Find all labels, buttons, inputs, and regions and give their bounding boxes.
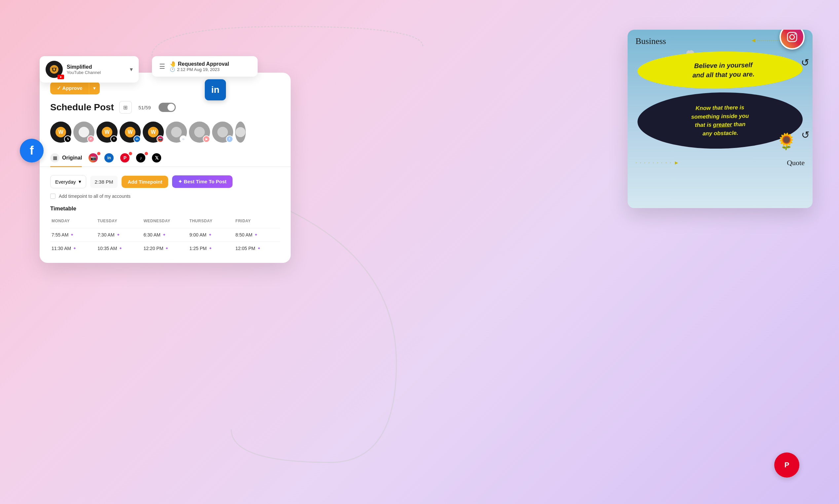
- svg-text:P: P: [785, 461, 789, 469]
- tab-original[interactable]: ▦ Original: [50, 149, 82, 166]
- approve-btn-group: ✓ Approve ▾: [50, 82, 280, 94]
- approve-button[interactable]: ✓ Approve: [50, 82, 89, 94]
- tabs-row: ▦ Original 📷 in P ♪ 𝕏: [40, 149, 291, 167]
- svg-point-13: [235, 127, 246, 137]
- business-label: Business: [636, 36, 666, 46]
- svg-point-12: [217, 127, 228, 138]
- avatar-google[interactable]: G: [166, 122, 187, 143]
- cell-wed-1: 6:30 AM ✦: [142, 228, 188, 241]
- avatar-linkedin[interactable]: W in: [120, 122, 141, 143]
- account-name: Simplified: [67, 64, 126, 70]
- pinterest-floating-badge: P: [774, 452, 799, 478]
- timetable: Timetable MONDAY TUESDAY WEDNESDAY THURS…: [50, 205, 280, 255]
- account-type: YouTube Channel: [67, 70, 126, 75]
- avatar-x[interactable]: W 𝕏: [50, 122, 71, 143]
- avatar-instagram[interactable]: W 📷: [143, 122, 164, 143]
- svg-point-15: [790, 35, 795, 39]
- toggle-switch[interactable]: [159, 103, 176, 112]
- schedule-panel: ✓ Approve ▾ Schedule Post ⊞ 51/59 W 𝕏 P: [40, 73, 291, 263]
- best-time-button[interactable]: ✦ Best Time To Post: [172, 175, 233, 188]
- panel-title: Schedule Post: [50, 102, 114, 113]
- dotted-arrow-footer: · · · · · · · · · ►: [636, 160, 680, 166]
- timetable-header: MONDAY TUESDAY WEDNESDAY THURSDAY FRIDAY: [50, 217, 280, 225]
- yellow-ellipse: Believe in yourselfand all that you are.…: [637, 50, 803, 90]
- account-logo: [46, 61, 63, 78]
- approve-dropdown-button[interactable]: ▾: [89, 82, 100, 94]
- avatar-tiktok[interactable]: W T: [96, 122, 118, 143]
- badge-instagram: 📷: [157, 136, 164, 143]
- tab-instagram[interactable]: 📷: [89, 149, 98, 166]
- all-accounts-checkbox[interactable]: [50, 194, 55, 199]
- badge-facebook: f: [226, 136, 233, 143]
- avatar-youtube[interactable]: ▶: [189, 122, 210, 143]
- linkedin-icon: in: [104, 153, 114, 162]
- social-card: ◄ · · · · · · · · · · · · Business 🌸 Bel…: [628, 30, 813, 208]
- card-footer: · · · · · · · · · ► Quote: [628, 154, 813, 172]
- badge-tiktok: T: [110, 136, 118, 143]
- avatar-misc[interactable]: [235, 122, 246, 143]
- swirl-right: ↺: [801, 56, 809, 68]
- col-monday: MONDAY: [50, 217, 96, 225]
- list-icon: ☰: [159, 62, 165, 70]
- avatars-row: W 𝕏 P W T W in W 📷: [40, 122, 291, 149]
- pinterest-badge: [129, 152, 132, 155]
- col-thursday: THURSDAY: [188, 217, 234, 225]
- approval-time: 🕐 2:12 PM Aug 19, 2023: [170, 67, 229, 72]
- dotted-arrow-left: ◄ · · · · · · · · · · · ·: [750, 37, 780, 44]
- tab-pinterest[interactable]: P: [120, 149, 129, 166]
- post-count: 51/59: [138, 105, 151, 110]
- tab-original-label: Original: [62, 155, 82, 161]
- timetable-row-1: 7:55 AM ✦ 7:30 AM ✦ 6:30 AM ✦ 9:00 AM ✦ …: [50, 228, 280, 241]
- main-wrapper: Simplified YouTube Channel ▾ ☰ 🤚 Request…: [0, 0, 839, 504]
- swirl-bottom: ↺: [801, 129, 809, 140]
- approval-box: ☰ 🤚 Requested Approval 🕐 2:12 PM Aug 19,…: [152, 56, 258, 77]
- badge-linkedin: in: [133, 136, 141, 143]
- svg-text:W: W: [58, 129, 64, 135]
- tab-x[interactable]: 𝕏: [152, 149, 161, 166]
- quote-area: 🌸 Believe in yourselfand all that you ar…: [628, 46, 813, 154]
- account-info: Simplified YouTube Channel: [67, 64, 126, 75]
- dark-text: Know that there issomething inside youth…: [691, 103, 749, 138]
- badge-x: 𝕏: [64, 136, 71, 143]
- quote-label: Quote: [787, 159, 805, 167]
- badge-pinterest-1: P: [87, 136, 94, 143]
- clock-icon: 🕐: [170, 67, 175, 72]
- col-tuesday: TUESDAY: [96, 217, 142, 225]
- svg-text:W: W: [150, 129, 156, 135]
- avatar-pinterest[interactable]: P: [73, 122, 94, 143]
- cell-thu-1: 9:00 AM ✦: [188, 228, 234, 241]
- checkbox-label: Add timepoint to all of my accounts: [59, 194, 130, 199]
- tiktok-badge: [145, 152, 148, 155]
- instagram-icon: 📷: [89, 153, 98, 162]
- schedule-section: Everyday ▾ 2:38 PM Add Timepoint ✦ Best …: [40, 175, 291, 263]
- grid-view-button[interactable]: ⊞: [119, 101, 132, 114]
- cell-tue-1: 7:30 AM ✦: [96, 228, 142, 241]
- checkbox-row: Add timepoint to all of my accounts: [50, 194, 280, 199]
- tab-tiktok[interactable]: ♪: [136, 149, 145, 166]
- cell-thu-2: 1:25 PM ✦: [188, 242, 234, 255]
- cell-mon-2: 11:30 AM ✦: [50, 242, 96, 255]
- pinterest-icon: P: [120, 153, 129, 162]
- account-selector[interactable]: Simplified YouTube Channel ▾: [40, 56, 139, 83]
- cell-tue-2: 10:35 AM ✦: [96, 242, 142, 255]
- original-icon: ▦: [50, 153, 59, 162]
- sunflower-decoration: 🌻: [776, 132, 797, 151]
- x-icon: 𝕏: [152, 153, 161, 162]
- account-chevron[interactable]: ▾: [130, 66, 133, 73]
- yellow-text: Believe in yourselfand all that you are.: [692, 60, 755, 79]
- frequency-select[interactable]: Everyday ▾: [50, 175, 86, 188]
- badge-youtube: ▶: [203, 136, 210, 143]
- schedule-controls: Everyday ▾ 2:38 PM Add Timepoint ✦ Best …: [50, 175, 280, 188]
- tab-linkedin[interactable]: in: [104, 149, 114, 166]
- cell-mon-1: 7:55 AM ✦: [50, 228, 96, 241]
- hand-icon: 🤚: [170, 61, 176, 67]
- timetable-title: Timetable: [50, 205, 280, 212]
- add-timepoint-button[interactable]: Add Timepoint: [122, 176, 168, 188]
- dark-ellipse: Know that there issomething inside youth…: [637, 91, 803, 150]
- instagram-top-badge: [780, 30, 805, 50]
- svg-text:W: W: [104, 129, 110, 135]
- facebook-floating-badge: f: [20, 139, 43, 162]
- timetable-row-2: 11:30 AM ✦ 10:35 AM ✦ 12:20 PM ✦ 1:25 PM…: [50, 241, 280, 255]
- approval-content: 🤚 Requested Approval 🕐 2:12 PM Aug 19, 2…: [170, 61, 229, 72]
- avatar-facebook[interactable]: f: [212, 122, 233, 143]
